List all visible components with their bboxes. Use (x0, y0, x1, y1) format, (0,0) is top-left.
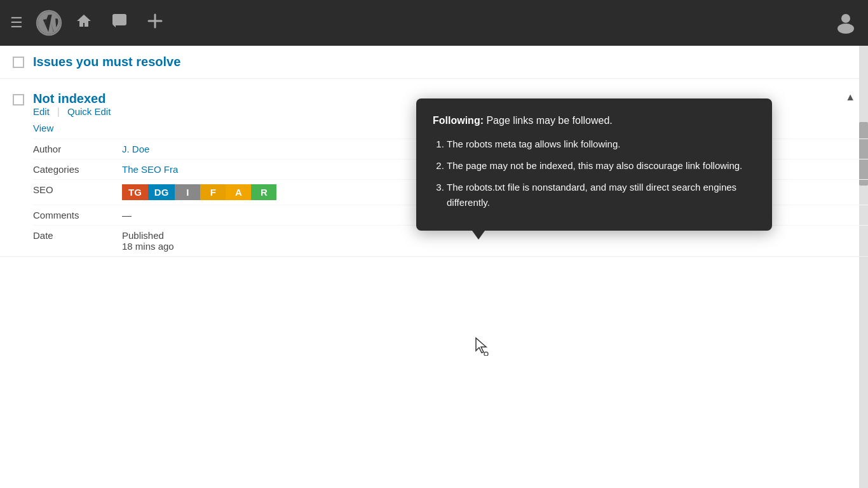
collapse-arrow[interactable]: ▲ (845, 92, 855, 103)
tooltip-title-rest: Page links may be followed. (484, 115, 613, 126)
quick-edit-link[interactable]: Quick Edit (67, 106, 111, 118)
tooltip-item-1: The robots meta tag allows link followin… (447, 137, 756, 152)
svg-point-3 (841, 14, 850, 23)
tooltip-title: Following: Page links may be followed. (433, 112, 756, 129)
tooltip-item-3: The robots.txt file is nonstandard, and … (447, 180, 756, 210)
user-menu[interactable] (834, 10, 858, 36)
view-link[interactable]: View (33, 123, 53, 133)
content-area: Issues you must resolve Not indexed ▲ Ed… (0, 46, 868, 488)
author-value[interactable]: J. Doe (122, 144, 149, 154)
issues-row: Issues you must resolve (0, 46, 868, 79)
cursor-icon (473, 337, 489, 356)
cursor (473, 337, 489, 358)
user-avatar-icon (834, 10, 858, 34)
svg-point-4 (837, 24, 854, 34)
post-title: Not indexed (33, 92, 105, 106)
issues-link[interactable]: Issues you must resolve (33, 55, 180, 69)
author-label: Author (33, 144, 122, 154)
add-new-icon[interactable] (146, 12, 164, 34)
date-label: Date (33, 230, 122, 241)
seo-badge-tg[interactable]: TG (122, 184, 148, 200)
tooltip-item-2: The page may not be indexed, this may al… (447, 158, 756, 173)
sep1: | (57, 106, 60, 118)
home-icon[interactable] (75, 12, 93, 34)
seo-badge-r[interactable]: R (251, 184, 276, 200)
date-ago: 18 mins ago (122, 241, 174, 252)
seo-badge-i[interactable]: I (175, 184, 200, 200)
comment-icon[interactable] (111, 12, 128, 34)
issues-checkbox[interactable] (13, 57, 24, 68)
tooltip-title-bold: Following: (433, 115, 484, 126)
seo-badge-a[interactable]: A (226, 184, 251, 200)
seo-badge-f[interactable]: F (200, 184, 226, 200)
svg-point-5 (484, 352, 488, 356)
categories-label: Categories (33, 164, 122, 175)
tooltip-list: The robots meta tag allows link followin… (433, 137, 756, 210)
categories-value[interactable]: The SEO Fra (122, 164, 178, 175)
date-published: Published (122, 230, 164, 241)
tooltip: Following: Page links may be followed. T… (416, 98, 772, 231)
comments-label: Comments (33, 210, 122, 220)
seo-badges: TG DG I F A R (122, 184, 276, 200)
seo-label: SEO (33, 184, 122, 195)
seo-badge-dg[interactable]: DG (148, 184, 175, 200)
menu-icon[interactable]: ☰ (10, 16, 23, 30)
wordpress-logo[interactable] (36, 10, 62, 36)
edit-link[interactable]: Edit (33, 106, 50, 118)
comments-value: — (122, 210, 132, 220)
admin-bar: ☰ (0, 0, 868, 46)
post-checkbox[interactable] (13, 94, 24, 105)
date-value: Published 18 mins ago (122, 230, 174, 252)
